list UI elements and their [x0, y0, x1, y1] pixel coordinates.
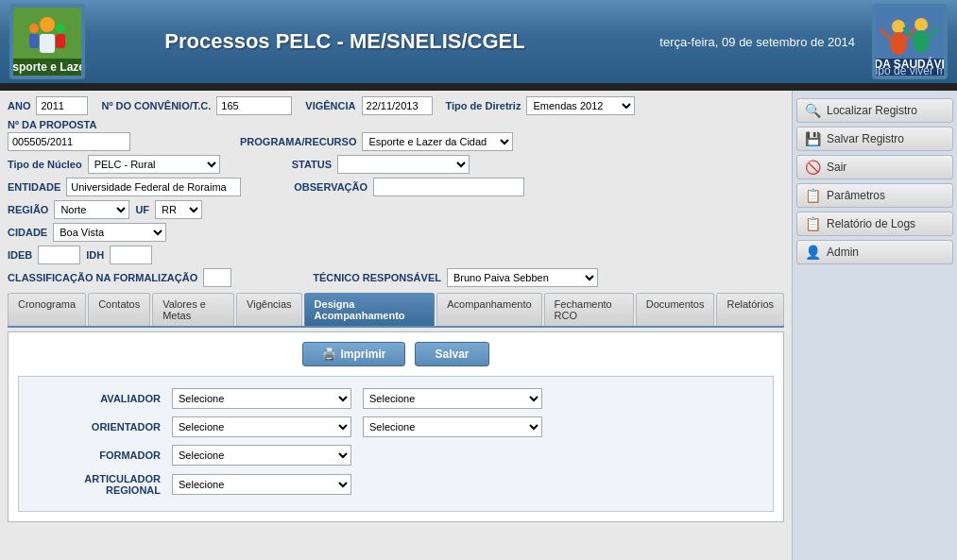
salvar-icon: 💾: [805, 131, 821, 146]
svg-point-3: [29, 24, 39, 33]
main-area: ANO Nº DO CONVÊNIO/T.C. VIGÊNCIA Tipo de…: [0, 91, 957, 560]
cidade-label: CIDADE: [8, 227, 47, 238]
svg-point-13: [913, 30, 930, 53]
tab-content: 🖨️ Imprimir Salvar AVALIADOR Selecione S…: [8, 331, 784, 522]
tipo-nucleo-label: Tipo de Núcleo: [8, 159, 82, 170]
convenio-input[interactable]: [216, 96, 292, 115]
entidade-label: ENTIDADE: [8, 181, 60, 193]
tab-vigencias[interactable]: Vigências: [236, 293, 302, 326]
tab-relatorios[interactable]: Relatórios: [716, 293, 784, 326]
status-select[interactable]: [337, 155, 470, 174]
classificacao-label: CLASSIFICAÇÃO NA FORMALIZAÇÃO: [8, 272, 197, 283]
svg-point-10: [892, 20, 905, 33]
tab-valores-metas[interactable]: Valores e Metas: [152, 293, 234, 326]
tabs-row: Cronograma Contatos Valores e Metas Vigê…: [8, 293, 784, 328]
tipo-nucleo-select[interactable]: PELC - Rural PELC - Urbano: [88, 155, 220, 174]
proposta-input[interactable]: [8, 132, 130, 151]
svg-text:É tempo de viver melhor: É tempo de viver melhor: [876, 63, 944, 76]
avaliador-select-2[interactable]: Selecione: [363, 388, 542, 409]
admin-button[interactable]: 👤 Admin: [796, 240, 953, 264]
tecnico-select[interactable]: Bruno Paiva Sebben: [447, 268, 598, 287]
tab-contatos[interactable]: Contatos: [88, 293, 150, 326]
sair-label: Sair: [827, 161, 846, 174]
header-date: terça-feira, 09 de setembro de 2014: [659, 35, 855, 49]
programa-recurso-label: PROGRAMA/RECURSO: [240, 136, 356, 147]
formador-row: FORMADOR Selecione: [38, 445, 754, 466]
localizar-registro-button[interactable]: 🔍 Localizar Registro: [796, 98, 953, 123]
cidade-select[interactable]: Boa Vista: [53, 223, 166, 242]
status-label: STATUS: [292, 159, 332, 170]
tab-designa-acompanhamento[interactable]: Designa Acompanhamento: [304, 293, 436, 326]
designa-form: AVALIADOR Selecione Selecione ORIENTADOR…: [18, 376, 774, 512]
formador-select-1[interactable]: Selecione: [172, 445, 351, 466]
black-bar: [0, 83, 957, 91]
svg-text:Esporte e Lazer: Esporte e Lazer: [13, 60, 81, 74]
formador-label: FORMADOR: [38, 450, 161, 461]
admin-icon: 👤: [805, 245, 821, 260]
form-row-4: ENTIDADE OBSERVAÇÃO: [8, 178, 784, 196]
ano-label: ANO: [8, 100, 30, 111]
vigencia-input[interactable]: [362, 96, 433, 115]
programa-recurso-select[interactable]: Esporte e Lazer da Cidad: [362, 132, 513, 151]
salvar-label: Salvar: [435, 348, 469, 361]
page-title: Processos PELC - ME/SNELIS/CGEL: [85, 29, 605, 54]
imprimir-label: Imprimir: [340, 348, 385, 361]
articulador-label: ARTICULADOR REGIONAL: [38, 473, 161, 496]
avaliador-label: AVALIADOR: [38, 393, 161, 404]
observacao-input[interactable]: [373, 178, 524, 196]
action-buttons: 🖨️ Imprimir Salvar: [18, 342, 774, 366]
form-row-6: CIDADE Boa Vista: [8, 223, 784, 242]
localizar-icon: 🔍: [805, 103, 821, 118]
idh-label: IDH: [86, 249, 104, 261]
imprimir-button[interactable]: 🖨️ Imprimir: [302, 342, 405, 366]
sidebar: 🔍 Localizar Registro 💾 Salvar Registro 🚫…: [792, 91, 957, 560]
form-row-3: Tipo de Núcleo PELC - Rural PELC - Urban…: [8, 155, 784, 174]
svg-point-1: [40, 17, 55, 32]
parametros-button[interactable]: 📋 Parâmetros: [796, 183, 953, 208]
articulador-select-1[interactable]: Selecione: [172, 474, 351, 495]
logo-right: VIDA SAUDÁVEL É tempo de viver melhor: [872, 4, 948, 79]
tipo-diretriz-select[interactable]: Emendas 2012 Outro: [526, 96, 635, 115]
relatorio-logs-button[interactable]: 📋 Relatório de Logs: [796, 212, 953, 236]
uf-label: UF: [135, 204, 149, 215]
classificacao-input[interactable]: [203, 268, 231, 287]
form-row-2: Nº DA PROPOSTA: [8, 119, 784, 130]
orientador-select-2[interactable]: Selecione: [363, 416, 542, 437]
tab-documentos[interactable]: Documentos: [636, 293, 715, 326]
regiao-label: REGIÃO: [8, 204, 48, 215]
ano-input[interactable]: [36, 96, 88, 115]
salvar-registro-label: Salvar Registro: [827, 132, 904, 145]
svg-point-12: [890, 32, 907, 55]
sair-icon: 🚫: [805, 160, 821, 175]
relatorio-logs-icon: 📋: [805, 216, 821, 231]
proposta-label: Nº DA PROPOSTA: [8, 119, 96, 130]
orientador-select-1[interactable]: Selecione: [172, 416, 351, 437]
observacao-label: OBSERVAÇÃO: [294, 181, 367, 193]
uf-select[interactable]: RR SP RJ: [155, 200, 202, 219]
orientador-label: ORIENTADOR: [38, 421, 161, 433]
form-row-2b: PROGRAMA/RECURSO Esporte e Lazer da Cida…: [8, 132, 784, 151]
regiao-select[interactable]: Norte Sul Nordeste: [54, 200, 129, 219]
admin-label: Admin: [827, 246, 859, 259]
entidade-input[interactable]: [66, 178, 241, 196]
ideb-input[interactable]: [38, 246, 80, 264]
logo-left: Esporte e Lazer: [9, 4, 85, 79]
avaliador-select-1[interactable]: Selecione: [172, 388, 351, 409]
tab-cronograma[interactable]: Cronograma: [8, 293, 86, 326]
header: Esporte e Lazer Processos PELC - ME/SNEL…: [0, 0, 957, 83]
svg-rect-4: [29, 34, 39, 48]
tab-acompanhamento[interactable]: Acompanhamento: [436, 293, 541, 326]
ideb-label: IDEB: [8, 249, 32, 261]
articulador-row: ARTICULADOR REGIONAL Selecione: [38, 473, 754, 496]
convenio-label: Nº DO CONVÊNIO/T.C.: [101, 100, 211, 111]
salvar-button[interactable]: Salvar: [415, 342, 488, 366]
tab-fechamento-rco[interactable]: Fechamento RCO: [544, 293, 634, 326]
tecnico-label: TÉCNICO RESPONSÁVEL: [313, 272, 441, 283]
idh-input[interactable]: [110, 246, 152, 264]
parametros-icon: 📋: [805, 188, 821, 203]
salvar-registro-button[interactable]: 💾 Salvar Registro: [796, 127, 953, 151]
vida-saudavel-logo-svg: VIDA SAUDÁVEL É tempo de viver melhor: [876, 8, 944, 76]
form-row-7: IDEB IDH: [8, 246, 784, 264]
svg-rect-6: [56, 34, 65, 48]
sair-button[interactable]: 🚫 Sair: [796, 155, 953, 179]
